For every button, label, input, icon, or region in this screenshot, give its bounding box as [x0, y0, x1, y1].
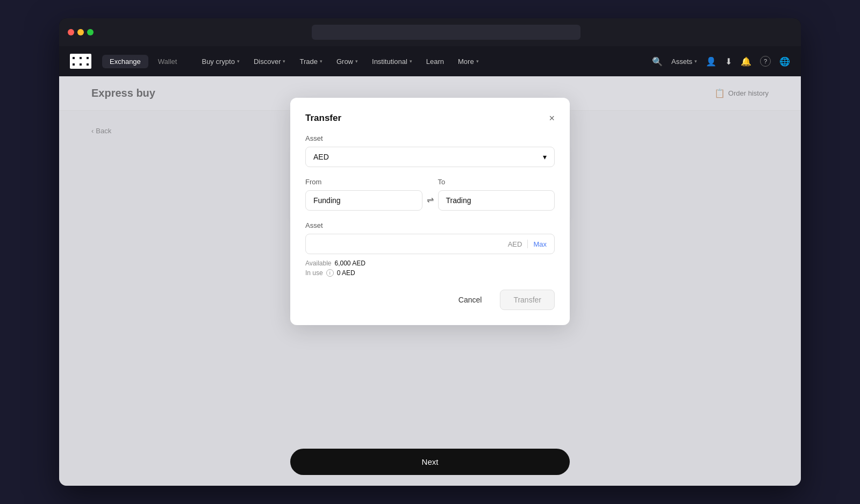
chevron-icon: ▾ [476, 59, 479, 64]
chevron-icon: ▾ [320, 59, 322, 64]
address-bar[interactable] [312, 25, 580, 40]
asset-amount-field: AED Max [305, 234, 555, 254]
svg-rect-7 [80, 57, 82, 59]
nav-item-more[interactable]: More ▾ [452, 54, 485, 69]
transfer-modal: Transfer × Asset AED ▾ From [290, 98, 570, 325]
available-row: Available 6,000 AED [305, 260, 555, 267]
nav-item-institutional[interactable]: Institutional ▾ [366, 54, 419, 69]
svg-rect-6 [73, 57, 75, 59]
logo-icon [70, 54, 91, 69]
currency-label: AED [508, 240, 522, 248]
svg-rect-8 [87, 57, 89, 59]
svg-rect-10 [80, 63, 82, 66]
traffic-lights [68, 29, 94, 35]
modal-header: Transfer × [305, 113, 555, 124]
nav-item-buy-crypto[interactable]: Buy crypto ▾ [195, 54, 246, 69]
wallet-pill[interactable]: Wallet [150, 55, 185, 68]
asset-label: Asset [305, 134, 555, 142]
assets-button[interactable]: Assets ▾ [671, 57, 697, 66]
page-content: Express buy 📋 Order history ‹ Back ◆ Buy… [59, 76, 801, 486]
asset-select[interactable]: AED ▾ [305, 147, 555, 167]
transfer-button[interactable]: Transfer [500, 290, 555, 310]
nav-right: 🔍 Assets ▾ 👤 ⬇ 🔔 ? 🌐 [652, 56, 790, 67]
cancel-button[interactable]: Cancel [446, 290, 495, 310]
amount-input[interactable] [313, 240, 508, 248]
available-label: Available [305, 260, 331, 267]
asset-field-group: Asset AED ▾ [305, 134, 555, 167]
max-button[interactable]: Max [533, 240, 547, 248]
info-icon[interactable]: i [326, 269, 334, 277]
nav-pills: Exchange Wallet [102, 55, 184, 68]
available-value: 6,000 AED [334, 260, 365, 267]
in-use-value: 0 AED [337, 269, 355, 277]
next-section: Next [290, 449, 570, 475]
svg-rect-11 [87, 63, 89, 66]
asset-select-value: AED [313, 153, 329, 161]
nav-item-grow[interactable]: Grow ▾ [330, 54, 364, 69]
search-icon[interactable]: 🔍 [652, 56, 663, 67]
to-field: Trading [438, 190, 555, 211]
from-column: From Funding [305, 178, 422, 211]
nav-items: Buy crypto ▾ Discover ▾ Trade ▾ Grow ▾ I… [195, 54, 652, 69]
in-use-label: In use [305, 269, 323, 277]
modal-overlay: Transfer × Asset AED ▾ From [59, 76, 801, 486]
nav-item-trade[interactable]: Trade ▾ [293, 54, 328, 69]
bell-icon[interactable]: 🔔 [741, 56, 751, 67]
download-icon[interactable]: ⬇ [725, 56, 732, 67]
close-button[interactable]: × [549, 113, 555, 123]
modal-title: Transfer [305, 113, 341, 124]
chevron-icon: ▾ [355, 59, 358, 64]
from-label: From [305, 178, 422, 186]
in-use-row: In use i 0 AED [305, 269, 555, 277]
browser-window: Exchange Wallet Buy crypto ▾ Discover ▾ … [59, 18, 801, 486]
browser-chrome [59, 18, 801, 46]
from-to-row: From Funding ⇌ To Trading [305, 178, 555, 211]
asset-amount-group: Asset AED Max Available 6,000 AED [305, 221, 555, 277]
nav-bar: Exchange Wallet Buy crypto ▾ Discover ▾ … [59, 46, 801, 76]
help-icon[interactable]: ? [760, 56, 771, 67]
chevron-icon: ▾ [694, 59, 697, 64]
traffic-light-red[interactable] [68, 29, 74, 35]
chevron-down-icon: ▾ [543, 153, 547, 161]
modal-footer: Cancel Transfer [305, 290, 555, 310]
from-field: Funding [305, 190, 422, 211]
nav-item-learn[interactable]: Learn [420, 54, 450, 69]
traffic-light-yellow[interactable] [77, 29, 84, 35]
traffic-light-green[interactable] [87, 29, 94, 35]
svg-rect-9 [73, 63, 75, 66]
exchange-pill[interactable]: Exchange [102, 55, 148, 68]
logo[interactable] [70, 54, 91, 69]
user-icon[interactable]: 👤 [706, 56, 716, 67]
divider [527, 240, 528, 248]
globe-icon[interactable]: 🌐 [779, 56, 790, 67]
swap-icon[interactable]: ⇌ [427, 195, 434, 205]
next-button[interactable]: Next [290, 449, 570, 475]
to-label: To [438, 178, 555, 186]
chevron-icon: ▾ [410, 59, 412, 64]
nav-item-discover[interactable]: Discover ▾ [247, 54, 292, 69]
asset-amount-label: Asset [305, 221, 555, 229]
chevron-icon: ▾ [283, 59, 285, 64]
chevron-icon: ▾ [237, 59, 240, 64]
amount-suffix: AED Max [508, 240, 547, 248]
to-column: To Trading [438, 178, 555, 211]
